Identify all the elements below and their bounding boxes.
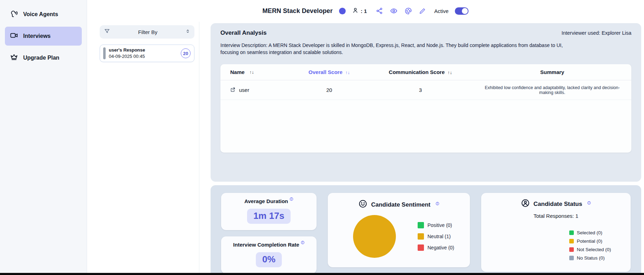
- table-header-row: Name ↑↓ Overall Score ↑↓ Communication S…: [220, 64, 631, 80]
- legend-label: Positive (0): [427, 222, 452, 228]
- completion-rate-title: Interview Completion Rate: [227, 242, 311, 248]
- metrics-left-column: Average Duration 1m 17s Interview Comple…: [221, 193, 317, 274]
- overall-analysis-panel: Overall Analysis Interviewer used: Explo…: [211, 23, 641, 182]
- sort-arrows-icon: ↑↓: [447, 70, 452, 75]
- response-list-item[interactable]: user's Response 04-09-2025 00:45 20: [100, 45, 194, 62]
- legend-item-selected: Selected (0): [569, 230, 611, 235]
- legend-item-negative: Negative (0): [418, 244, 454, 251]
- results-table: Name ↑↓ Overall Score ↑↓ Communication S…: [220, 64, 631, 153]
- main-area: MERN Stack Developer : 1: [87, 0, 644, 275]
- sentiment-legend: Positive (0) Neutral (1) Negative (0): [418, 222, 454, 251]
- responses-column: Filter By user's Response 04-09-2025 00:…: [87, 22, 199, 275]
- average-duration-value: 1m 17s: [247, 209, 291, 224]
- chevrons-up-down-icon: [185, 29, 190, 35]
- info-icon[interactable]: [301, 241, 305, 246]
- response-datetime: 04-09-2025 00:45: [109, 53, 181, 60]
- active-label: Active: [434, 8, 449, 14]
- window-bottom-edge: [0, 273, 644, 275]
- legend-label: Selected (0): [577, 230, 602, 235]
- filter-by-label: Filter By: [110, 29, 185, 35]
- smiley-icon: [358, 199, 367, 210]
- legend-item-positive: Positive (0): [418, 222, 454, 228]
- eye-icon[interactable]: [390, 7, 398, 15]
- response-marker: [103, 47, 106, 59]
- content: Filter By user's Response 04-09-2025 00:…: [87, 22, 644, 275]
- legend-item-neutral: Neutral (1): [418, 233, 454, 240]
- crown-icon: [10, 53, 18, 63]
- dashboard: Overall Analysis Interviewer used: Explo…: [211, 23, 641, 275]
- legend-swatch: [569, 239, 574, 243]
- sidebar-item-label: Interviews: [23, 33, 51, 39]
- app-window: Voice Agents Interviews Upgrade Plan: [0, 0, 644, 275]
- legend-swatch: [418, 233, 424, 240]
- panel-header: Overall Analysis Interviewer used: Explo…: [220, 29, 631, 36]
- table-row[interactable]: user 20 3 Exhibited low confidence and a…: [220, 80, 631, 100]
- average-duration-title: Average Duration: [227, 198, 311, 204]
- external-link-icon[interactable]: [230, 87, 235, 93]
- share-icon[interactable]: [376, 7, 383, 14]
- interview-header: MERN Stack Developer : 1: [87, 0, 644, 22]
- respondent-count-label: : 1: [361, 8, 367, 14]
- sidebar-item-label: Upgrade Plan: [23, 55, 59, 61]
- total-responses: Total Responses: 1: [489, 213, 623, 219]
- respondent-count: : 1: [352, 7, 367, 15]
- candidate-status-card: Candidate Status Total Responses: 1 Sele…: [481, 193, 631, 272]
- edit-pencil-icon[interactable]: [419, 8, 426, 14]
- response-title: user's Response: [109, 47, 181, 53]
- overall-score-cell: 20: [291, 87, 368, 93]
- active-toggle[interactable]: [455, 7, 469, 15]
- sidebar: Voice Agents Interviews Upgrade Plan: [0, 0, 87, 275]
- metric-label: Interview Completion Rate: [233, 242, 299, 248]
- sidebar-item-label: Voice Agents: [23, 11, 58, 18]
- column-label: Overall Score: [308, 69, 343, 75]
- interview-description: Interview Description: A MERN Stack Deve…: [220, 42, 575, 56]
- sentiment-chart-area: Positive (0) Neutral (1) Negative (0): [335, 215, 463, 258]
- funnel-icon: [104, 28, 110, 36]
- status-card-header: Candidate Status: [489, 199, 623, 209]
- completion-rate-card: Interview Completion Rate 0%: [221, 236, 317, 274]
- filter-by-dropdown[interactable]: Filter By: [100, 25, 194, 39]
- column-header-overall-score[interactable]: Overall Score ↑↓: [291, 69, 368, 75]
- sort-arrows-icon: ↑↓: [345, 70, 350, 75]
- legend-item-no-status: No Status (0): [569, 255, 611, 261]
- candidate-name-cell: user: [220, 87, 291, 93]
- info-icon[interactable]: [436, 201, 439, 207]
- legend-swatch: [569, 230, 574, 235]
- person-circle-icon: [521, 199, 530, 209]
- legend-label: Negative (0): [427, 245, 454, 250]
- palette-icon[interactable]: [405, 7, 412, 15]
- voice-agents-icon: [10, 9, 18, 19]
- legend-swatch: [569, 256, 574, 260]
- sentiment-card-header: Candidate Sentiment: [335, 199, 463, 210]
- user-icon: [352, 7, 359, 15]
- sort-arrows-icon: ↑↓: [250, 69, 254, 75]
- completion-rate-value: 0%: [256, 252, 282, 267]
- info-icon[interactable]: [587, 200, 591, 206]
- status-title: Candidate Status: [533, 201, 582, 208]
- legend-label: Neutral (1): [427, 234, 451, 239]
- sentiment-pie-chart: [353, 215, 396, 258]
- legend-label: Potential (0): [577, 239, 602, 244]
- info-icon[interactable]: [290, 197, 293, 202]
- column-header-name[interactable]: Name ↑↓: [220, 69, 291, 75]
- status-legend: Selected (0) Potential (0) Not Selected …: [569, 230, 611, 261]
- sentiment-title: Candidate Sentiment: [371, 201, 430, 208]
- legend-item-not-selected: Not Selected (0): [569, 247, 611, 252]
- candidate-name: user: [239, 87, 249, 93]
- summary-cell: Exhibited low confidence and adaptabilit…: [473, 85, 631, 95]
- column-label: Name: [230, 69, 245, 75]
- sidebar-item-interviews[interactable]: Interviews: [5, 27, 82, 46]
- legend-label: No Status (0): [577, 255, 605, 261]
- column-header-summary: Summary: [473, 69, 631, 75]
- panel-title: Overall Analysis: [220, 29, 267, 36]
- page-title: MERN Stack Developer: [263, 7, 333, 15]
- legend-label: Not Selected (0): [577, 247, 611, 252]
- column-label: Communication Score: [389, 69, 445, 75]
- sidebar-item-voice-agents[interactable]: Voice Agents: [5, 5, 82, 24]
- sidebar-item-upgrade-plan[interactable]: Upgrade Plan: [5, 48, 82, 67]
- column-header-communication-score[interactable]: Communication Score ↑↓: [368, 69, 473, 75]
- toggle-knob: [462, 8, 468, 14]
- legend-swatch: [418, 244, 424, 251]
- metric-label: Average Duration: [244, 198, 288, 204]
- communication-score-cell: 3: [368, 87, 473, 93]
